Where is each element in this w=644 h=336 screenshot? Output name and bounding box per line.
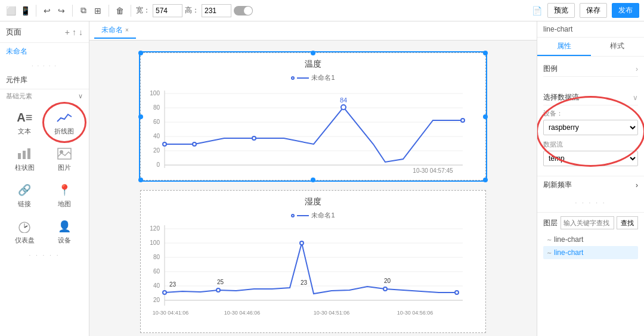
resize-handle-bm[interactable] bbox=[311, 178, 315, 182]
device-select[interactable]: raspberry bbox=[543, 120, 638, 135]
sep1 bbox=[36, 5, 36, 17]
toolbar-right: 📄 预览 保存 发布 bbox=[531, 3, 639, 18]
lib-map-label: 地图 bbox=[58, 200, 71, 209]
layers-find-btn[interactable]: 查找 bbox=[617, 216, 638, 229]
tab-properties[interactable]: 属性 bbox=[537, 38, 591, 56]
tab-label: 未命名 bbox=[101, 25, 123, 35]
dashboard-icon bbox=[16, 218, 33, 235]
legend-dot-temp bbox=[291, 76, 295, 80]
section-chevron[interactable]: ∨ bbox=[78, 92, 83, 100]
lib-link-label: 链接 bbox=[18, 200, 31, 209]
resize-handle-tm[interactable] bbox=[311, 51, 315, 55]
right-panel-scroll[interactable]: 图例 › 选择数据流 ∨ 设备： raspberry bbox=[537, 57, 644, 336]
svg-text:40: 40 bbox=[153, 133, 160, 139]
lib-item-linechart[interactable]: 折线图 bbox=[46, 105, 83, 139]
svg-point-44 bbox=[383, 287, 387, 291]
move-up-icon[interactable]: ↑ bbox=[72, 27, 76, 37]
grid-icon[interactable]: ⊞ bbox=[92, 5, 104, 17]
preview-button[interactable]: 预览 bbox=[547, 3, 575, 18]
layer-item-1[interactable]: ∼ line-chart bbox=[543, 233, 638, 246]
device-select-wrapper: 设备： raspberry bbox=[543, 109, 638, 140]
tab-close-icon[interactable]: × bbox=[125, 27, 129, 33]
lib-item-map[interactable]: 📍 地图 bbox=[46, 178, 83, 212]
resize-handle-mr[interactable] bbox=[483, 114, 488, 119]
canvas-content[interactable]: 温度 未命名1 100 80 60 40 20 0 bbox=[89, 41, 537, 336]
datasource-arrow: ∨ bbox=[633, 94, 638, 102]
page-item[interactable]: 未命名 bbox=[0, 43, 89, 60]
svg-point-43 bbox=[300, 241, 304, 245]
svg-point-23 bbox=[341, 105, 346, 110]
lib-item-link[interactable]: 🔗 链接 bbox=[6, 178, 44, 212]
component-lib-title: 元件库 bbox=[0, 71, 89, 89]
legend-title[interactable]: 图例 › bbox=[543, 61, 638, 77]
add-page-icon[interactable]: + bbox=[65, 27, 70, 37]
svg-point-42 bbox=[216, 288, 220, 292]
save-button[interactable]: 保存 bbox=[580, 3, 607, 18]
resize-handle-tr[interactable] bbox=[483, 51, 488, 55]
temp-chart-svg: 100 80 60 40 20 0 bbox=[147, 85, 469, 174]
dotted-sep-2: · · · · · bbox=[0, 252, 89, 259]
humidity-chart-container[interactable]: 湿度 未命名1 120 100 80 60 40 20 bbox=[140, 190, 486, 333]
svg-text:84: 84 bbox=[340, 97, 347, 104]
temp-legend-label: 未命名1 bbox=[311, 73, 335, 82]
sep2 bbox=[72, 5, 73, 17]
toggle-switch[interactable] bbox=[234, 6, 253, 15]
legend-dot-humi bbox=[291, 214, 295, 217]
map-icon: 📍 bbox=[56, 182, 73, 198]
lib-item-device[interactable]: 👤 设备 bbox=[46, 214, 83, 248]
layers-search: 查找 bbox=[561, 216, 638, 229]
stream-select[interactable]: temp bbox=[543, 151, 638, 166]
svg-text:100: 100 bbox=[150, 239, 160, 246]
svg-rect-0 bbox=[18, 153, 21, 159]
resize-handle-br[interactable] bbox=[483, 178, 488, 182]
lib-item-dashboard[interactable]: 仪表盘 bbox=[6, 214, 44, 248]
mobile-icon[interactable]: 📱 bbox=[19, 5, 31, 17]
width-input[interactable] bbox=[153, 4, 182, 17]
lib-barchart-label: 柱状图 bbox=[15, 163, 35, 172]
delete-icon[interactable]: 🗑 bbox=[114, 5, 126, 17]
legend-line-temp bbox=[297, 77, 309, 79]
resize-handle-ml[interactable] bbox=[138, 114, 143, 119]
sep3 bbox=[109, 5, 109, 17]
layers-search-input[interactable] bbox=[561, 216, 614, 229]
temp-chart-title: 温度 bbox=[147, 59, 479, 70]
svg-text:0: 0 bbox=[156, 161, 160, 168]
basic-section-title: 基础元素 ∨ bbox=[0, 89, 89, 103]
svg-text:60: 60 bbox=[153, 268, 160, 275]
copy-icon[interactable]: ⧉ bbox=[78, 5, 89, 17]
publish-button[interactable]: 发布 bbox=[612, 3, 639, 18]
refresh-section[interactable]: 刷新频率 › bbox=[537, 176, 644, 194]
lib-item-image[interactable]: 图片 bbox=[46, 142, 83, 176]
redo-icon[interactable]: ↪ bbox=[55, 5, 67, 17]
svg-text:100: 100 bbox=[150, 90, 160, 97]
legend-arrow: › bbox=[636, 65, 638, 73]
undo-icon[interactable]: ↩ bbox=[41, 5, 53, 17]
datasource-section: 选择数据流 ∨ 设备： raspberry 数据流 temp bbox=[537, 85, 644, 176]
lib-item-barchart[interactable]: 柱状图 bbox=[6, 142, 44, 176]
svg-text:20: 20 bbox=[153, 297, 160, 303]
canvas-tab-active[interactable]: 未命名 × bbox=[94, 23, 136, 39]
datasource-label: 选择数据流 bbox=[543, 92, 579, 102]
svg-point-20 bbox=[163, 142, 166, 146]
tab-style[interactable]: 样式 bbox=[591, 38, 645, 56]
humi-chart-legend: 未命名1 bbox=[147, 211, 479, 220]
temperature-chart-container[interactable]: 温度 未命名1 100 80 60 40 20 0 bbox=[140, 52, 486, 181]
layer-item-2[interactable]: ∼ line-chart bbox=[543, 246, 638, 259]
resize-handle-tl[interactable] bbox=[138, 51, 143, 55]
svg-point-21 bbox=[193, 142, 196, 146]
lib-item-text[interactable]: A≡ 文本 bbox=[6, 105, 44, 139]
datasource-title[interactable]: 选择数据流 ∨ bbox=[543, 90, 638, 105]
layers-section: 图层 查找 ∼ line-chart ∼ line-chart bbox=[537, 212, 644, 263]
move-down-icon[interactable]: ↓ bbox=[79, 27, 83, 37]
svg-text:20: 20 bbox=[384, 278, 391, 284]
layer-label-1: line-chart bbox=[554, 235, 583, 244]
humi-chart-svg: 120 100 80 60 40 20 bbox=[147, 222, 469, 326]
layer-label-2: line-chart bbox=[554, 248, 583, 257]
height-input[interactable] bbox=[202, 4, 231, 17]
file-icon[interactable]: 📄 bbox=[531, 5, 543, 17]
resize-handle-bl[interactable] bbox=[138, 178, 143, 182]
monitor-icon[interactable]: ⬜ bbox=[5, 5, 17, 17]
component-grid: A≡ 文本 折线图 bbox=[0, 103, 89, 251]
svg-text:23: 23 bbox=[301, 279, 308, 286]
device-icon: 👤 bbox=[56, 218, 73, 235]
